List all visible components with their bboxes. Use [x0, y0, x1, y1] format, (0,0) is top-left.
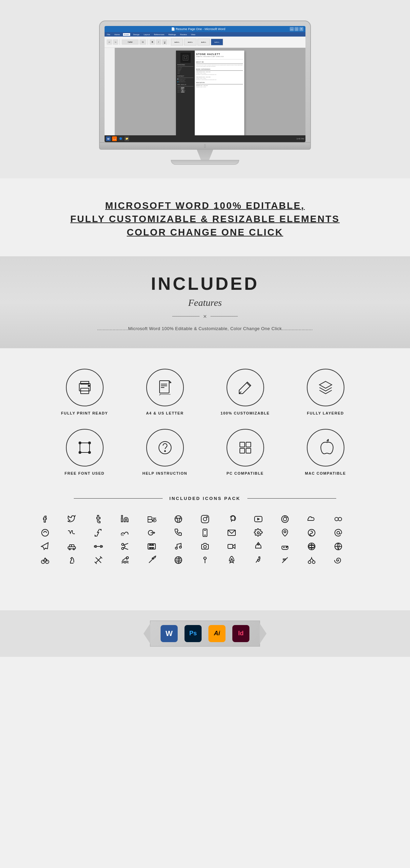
- feature-a4: ✓ A4 & US LETTER: [132, 369, 198, 415]
- word-toolbar: ↩ ↪ Calibri 11 B I U: [105, 37, 305, 48]
- a4-icon: ✓: [156, 379, 174, 396]
- feature-label-pc: PC COMPATIBLE: [227, 471, 264, 475]
- main-headline: MICROSOFT WORD 100% EDITABLE, FULLY CUST…: [14, 199, 396, 239]
- headline-line1: MICROSOFT WORD 100% EDITABLE,: [14, 199, 396, 212]
- svg-point-41: [338, 517, 342, 521]
- icon-at: [327, 528, 349, 537]
- icon-skype: [301, 528, 323, 537]
- resume-icon-box: [180, 53, 191, 63]
- resume-right-col: STONE HAZLETT GRAPHIC DESIGNER & ART DIR…: [195, 51, 244, 139]
- svg-point-33: [207, 516, 207, 517]
- icon-rocket: [221, 556, 243, 565]
- icons-section: INCLUDED ICONS PACK: [14, 489, 396, 590]
- feature-icon-a4: ✓: [146, 369, 184, 406]
- resume-left-col: PERSONAL Date of Birth Nationality Addre…: [176, 51, 195, 139]
- ribbon-file: File: [106, 33, 111, 36]
- included-section: INCLUDED Features ✕ ....................…: [0, 256, 410, 348]
- svg-rect-74: [149, 544, 150, 545]
- resume-name: STONE HAZLETT: [196, 53, 243, 56]
- print-icon: [76, 379, 94, 396]
- div-line-left: [172, 316, 200, 316]
- feature-font: FREE FONT USED: [51, 429, 118, 475]
- ribbon-layout: Layout: [142, 33, 151, 36]
- icon-settings: [247, 528, 269, 537]
- word-title-text: 📄 Resume Page One - Microsoft Word: [107, 27, 290, 31]
- tb-redo: ↪: [113, 39, 118, 45]
- headline-line3: COLOR CHANGE ONE CLICK: [14, 226, 396, 239]
- word-sidebar-left: [105, 48, 115, 142]
- svg-point-80: [175, 547, 177, 549]
- monitor-screen: 📄 Resume Page One - Microsoft Word — □ ✕…: [105, 26, 305, 142]
- icon-gamepad: [274, 542, 296, 551]
- monitor-stand-base: [171, 160, 239, 165]
- resume-name-area: STONE HAZLETT GRAPHIC DESIGNER & ART DIR…: [196, 53, 243, 59]
- icon-bebo: [34, 528, 56, 537]
- icon-airplane: [34, 542, 56, 551]
- svg-marker-11: [319, 381, 332, 388]
- icon-bicycle: [34, 556, 56, 565]
- word-title-bar: 📄 Resume Page One - Microsoft Word — □ ✕: [105, 26, 305, 32]
- monitor-section: 📄 Resume Page One - Microsoft Word — □ ✕…: [0, 0, 410, 178]
- software-word-icon: W: [161, 625, 178, 642]
- svg-line-72: [124, 546, 125, 548]
- included-title: INCLUDED: [14, 273, 396, 294]
- style-heading1: AaBbCc: [184, 39, 196, 45]
- icon-chess: [61, 556, 83, 565]
- tb-font: Calibri: [122, 39, 139, 45]
- feature-icon-print: [66, 369, 104, 406]
- icon-video: [221, 542, 243, 551]
- svg-point-106: [231, 559, 232, 560]
- icon-linkedin: [114, 515, 136, 524]
- icon-tumblr: [87, 515, 109, 524]
- svg-rect-26: [246, 448, 251, 453]
- tb-underline: U: [162, 39, 167, 45]
- resume-name-block: STONE HAZLETT GRAPHIC DESIGNER & ART DIR…: [196, 53, 243, 58]
- div-x-icon: ✕: [203, 314, 207, 319]
- svg-point-113: [312, 561, 315, 564]
- ribbon-home: Home: [113, 33, 121, 36]
- svg-point-107: [259, 557, 260, 558]
- icon-football: [301, 542, 323, 551]
- feature-label-print: FULLY PRINT READY: [61, 411, 108, 415]
- software-footer: W Ps Ai Id: [0, 610, 410, 657]
- svg-rect-65: [94, 546, 95, 547]
- headline-line2: FULLY CUSTOMIZABLE & RESIZABLE ELEMENTS: [14, 212, 396, 226]
- icons-pack-header: INCLUDED ICONS PACK: [34, 496, 376, 501]
- resume-diamond: [184, 56, 187, 59]
- svg-point-90: [287, 546, 287, 547]
- pencil-icon: [236, 379, 254, 396]
- icon-violin: [274, 556, 296, 565]
- word-content: PERSONAL Date of Birth Nationality Addre…: [105, 48, 305, 142]
- win-maximize: □: [295, 27, 299, 31]
- svg-line-39: [286, 517, 287, 518]
- feature-print: FULLY PRINT READY: [51, 369, 118, 415]
- toolbar-group-3: B I U: [150, 39, 169, 45]
- icon-swimming: [114, 556, 136, 565]
- icon-tuning: [194, 556, 216, 565]
- software-ps-icon: Ps: [184, 625, 202, 642]
- feature-icon-pc: [227, 429, 264, 466]
- icon-twitter: [61, 515, 83, 524]
- svg-rect-66: [101, 546, 102, 547]
- software-banner: W Ps Ai Id: [150, 621, 260, 647]
- icon-helmet: [247, 542, 269, 551]
- monitor-taskbar: W 🦊 🔵 📁 3:45 PM: [105, 135, 305, 142]
- divider-line: ✕: [14, 314, 396, 319]
- icons-row-4: [34, 556, 376, 565]
- resume-about-title: ABOUT ME: [196, 62, 243, 64]
- resume-contact-title: CONTACT: [177, 76, 193, 78]
- svg-point-112: [308, 561, 311, 564]
- svg-point-82: [204, 545, 206, 548]
- svg-rect-25: [240, 448, 245, 453]
- taskbar-time: 3:45 PM: [297, 138, 304, 140]
- win-minimize: —: [290, 27, 294, 31]
- svg-text:✓: ✓: [159, 393, 161, 396]
- resume-about-content: Lorem ipsum dolor sit amet, consectetur …: [196, 65, 243, 67]
- style-previews: AaBbCc AaBbCc AaBbCc AaBbCc: [171, 39, 223, 45]
- icon-8tracks: [274, 515, 296, 524]
- svg-rect-78: [151, 547, 152, 549]
- icon-flickr: [327, 515, 349, 524]
- feature-icon-mac: [307, 429, 344, 466]
- apple-icon: [317, 439, 334, 457]
- windows-icon: [236, 439, 254, 457]
